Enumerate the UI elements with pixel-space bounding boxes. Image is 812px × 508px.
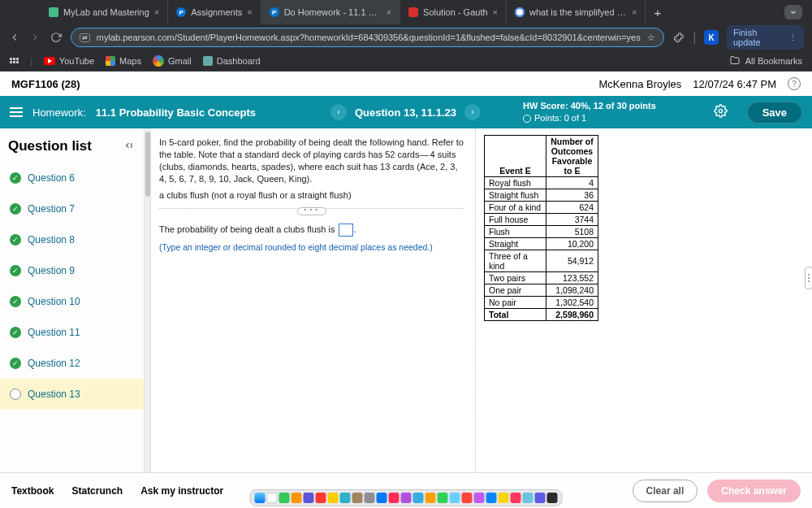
table-row: Three of a kind54,912 (485, 250, 598, 272)
question-list-item[interactable]: ✓Question 8 (0, 224, 144, 255)
outcome-cell: 10,200 (546, 238, 598, 250)
table-total-row: Total2,598,960 (485, 309, 598, 321)
tab-close-icon[interactable]: × (387, 7, 391, 17)
check-complete-icon: ✓ (10, 327, 21, 338)
ask-instructor-link[interactable]: Ask my instructor (140, 485, 223, 497)
all-bookmarks-link[interactable]: All Bookmarks (745, 56, 802, 66)
question-list-heading: Question list (8, 138, 92, 154)
gmail-icon (153, 55, 164, 67)
extensions-icon[interactable] (672, 31, 685, 44)
table-row: Two pairs123,552 (485, 272, 598, 284)
question-label: Question 12 (28, 358, 80, 369)
table-header-event: Event E (485, 136, 546, 177)
macos-dock[interactable] (250, 489, 563, 506)
tab-close-icon[interactable]: × (154, 7, 159, 17)
question-list-item[interactable]: ✓Question 13 (0, 379, 144, 410)
tab-title: what is the simplifyed verison (529, 7, 627, 17)
finish-update-button[interactable]: Finish update ⋮ (727, 25, 804, 50)
answer-input[interactable] (339, 224, 353, 237)
expand-handle[interactable] (297, 207, 326, 215)
bookmark-maps[interactable]: Maps (106, 56, 141, 66)
clear-all-button[interactable]: Clear all (633, 480, 698, 502)
timestamp: 12/07/24 6:47 PM (693, 78, 776, 90)
tab-title: MyLab and Mastering (63, 7, 149, 17)
question-label: Question 11 (28, 327, 80, 338)
tab-favicon: P (176, 7, 186, 17)
statcrunch-link[interactable]: Statcrunch (71, 485, 123, 497)
folder-icon (729, 55, 741, 67)
textbook-link[interactable]: Textbook (11, 485, 54, 497)
tab-close-icon[interactable]: × (632, 7, 637, 17)
bookmark-star-icon[interactable]: ☆ (647, 33, 655, 43)
content-scrollbar[interactable] (145, 128, 151, 472)
question-list-item[interactable]: ✓Question 11 (0, 317, 144, 348)
bookmark-gmail[interactable]: Gmail (153, 55, 192, 67)
next-question-button[interactable] (464, 104, 481, 120)
event-cell: Full house (485, 214, 546, 226)
svg-point-0 (719, 109, 722, 112)
profile-badge[interactable]: K (704, 30, 719, 45)
outcome-cell: 54,912 (546, 250, 598, 272)
check-answer-button[interactable]: Check answer (707, 480, 801, 502)
browser-tab[interactable]: PDo Homework - 11.1 Probabili× (261, 0, 400, 24)
browser-tab[interactable]: what is the simplifyed verison× (507, 0, 646, 24)
new-tab-button[interactable]: + (646, 6, 669, 20)
table-row: Straight10,200 (485, 238, 598, 250)
course-title: MGF1106 (28) (11, 78, 80, 90)
bookmark-youtube[interactable]: YouTube (44, 56, 94, 66)
problem-sub: a clubs flush (not a royal flush or a st… (159, 189, 464, 202)
browser-tab[interactable]: PAssignments× (168, 0, 261, 24)
tab-overflow-icon[interactable] (784, 5, 802, 20)
tab-close-icon[interactable]: × (493, 7, 498, 17)
event-cell: Straight flush (485, 189, 546, 202)
browser-tab[interactable]: Solution - Gauth× (400, 0, 507, 24)
tab-strip: MyLab and Mastering×PAssignments×PDo Hom… (0, 0, 812, 24)
outcome-cell: 3744 (546, 214, 598, 226)
nav-back-icon[interactable] (8, 31, 21, 44)
question-list-item[interactable]: ✓Question 10 (0, 286, 144, 317)
problem-stem: In 5-card poker, find the probability of… (159, 137, 464, 185)
bookmark-dashboard[interactable]: Dashboard (203, 56, 261, 66)
youtube-icon (44, 57, 55, 65)
collapse-sidebar-icon[interactable] (123, 140, 136, 154)
user-name: McKenna Broyles (598, 78, 681, 90)
question-list-item[interactable]: ✓Question 7 (0, 193, 144, 224)
dashboard-icon (203, 56, 213, 66)
question-list-item[interactable]: ✓Question 6 (0, 163, 144, 193)
question-list-item[interactable]: ✓Question 12 (0, 348, 144, 379)
check-complete-icon: ✓ (10, 203, 21, 215)
outcome-cell: 5108 (546, 226, 598, 238)
check-complete-icon: ✓ (10, 265, 21, 276)
total-value-cell: 2,598,960 (546, 309, 598, 321)
tab-title: Do Homework - 11.1 Probabili (284, 7, 382, 17)
browser-tab[interactable]: MyLab and Mastering× (41, 0, 168, 24)
tab-favicon (408, 7, 418, 17)
pane-resize-handle[interactable] (805, 267, 812, 289)
save-button[interactable]: Save (747, 102, 802, 124)
answer-sentence: The probability of being dealt a clubs f… (159, 224, 464, 237)
prev-question-button[interactable] (330, 104, 347, 120)
event-cell: No pair (485, 297, 546, 309)
table-row: One pair1,098,240 (485, 284, 598, 297)
event-cell: Flush (485, 226, 546, 238)
nav-forward-icon[interactable] (29, 31, 42, 44)
points-status-icon (523, 115, 531, 123)
maps-icon (106, 56, 115, 66)
outcome-cell: 624 (546, 202, 598, 214)
tab-favicon (515, 7, 525, 17)
question-label: Question 8 (28, 234, 75, 245)
table-row: No pair1,302,540 (485, 297, 598, 309)
tab-close-icon[interactable]: × (247, 7, 252, 17)
address-bar[interactable]: ⇄ mylab.pearson.com/Student/PlayerHomewo… (71, 28, 664, 47)
menu-icon[interactable] (10, 107, 23, 117)
apps-grid-icon[interactable] (10, 58, 19, 63)
settings-gear-icon[interactable] (714, 104, 728, 120)
reload-icon[interactable] (50, 31, 63, 44)
question-list-item[interactable]: ✓Question 9 (0, 255, 144, 286)
outcome-cell: 1,302,540 (546, 297, 598, 309)
site-info-icon[interactable]: ⇄ (80, 33, 90, 42)
table-row: Straight flush36 (485, 189, 598, 202)
outcome-cell: 123,552 (546, 272, 598, 284)
help-icon[interactable]: ? (788, 77, 801, 90)
tab-favicon: P (270, 7, 279, 17)
